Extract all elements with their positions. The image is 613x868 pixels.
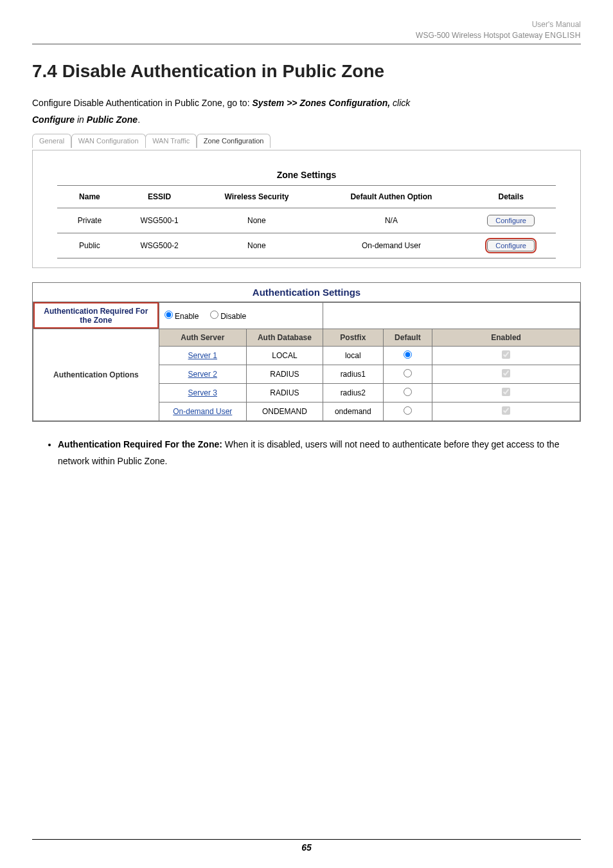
auth-server3-cell: Server 3 — [159, 383, 246, 402]
zone-settings-caption: Zone Settings — [57, 167, 556, 185]
tab-wan-traffic[interactable]: WAN Traffic — [145, 134, 197, 148]
zone-private-essid: WSG500-1 — [122, 208, 197, 233]
auth-ondemand-db: ONDEMAND — [246, 402, 323, 420]
authentication-settings-title: Authentication Settings — [33, 283, 580, 302]
intro-click: click — [393, 98, 410, 108]
server-1-link[interactable]: Server 1 — [188, 351, 217, 360]
auth-server2-cell: Server 2 — [159, 365, 246, 383]
configure-public-button[interactable]: Configure — [487, 240, 535, 251]
zone-private-name: Private — [57, 208, 122, 233]
zone-col-essid: ESSID — [122, 185, 197, 208]
page-footer: 65 — [32, 839, 581, 853]
auth-server2-postfix: radius1 — [323, 365, 384, 383]
auth-col-server: Auth Server — [159, 329, 246, 346]
auth-server2-enabled — [432, 365, 580, 383]
enabled-server1-checkbox — [502, 350, 510, 359]
zone-public-name: Public — [57, 233, 122, 258]
tab-zone-configuration[interactable]: Zone Configuration — [197, 134, 271, 148]
zone-col-authen: Default Authen Option — [317, 185, 466, 208]
auth-ondemand-cell: On-demand User — [159, 402, 246, 420]
auth-ondemand-enabled — [432, 402, 580, 420]
enabled-server2-checkbox — [502, 369, 510, 377]
auth-options-label: Authentication Options — [33, 329, 159, 420]
zone-private-details: Configure — [466, 208, 556, 233]
auth-options-header-row: Authentication Options Auth Server Auth … — [33, 329, 580, 346]
auth-server2-default — [383, 365, 432, 383]
auth-server1-db: LOCAL — [246, 346, 323, 365]
authentication-settings-table: Authentication Required For the Zone Ena… — [33, 302, 580, 421]
auth-server3-default — [383, 383, 432, 402]
auth-required-spacer — [323, 302, 580, 329]
bullet-list: Authentication Required For the Zone: Wh… — [49, 436, 581, 470]
auth-server3-postfix: radius2 — [323, 383, 384, 402]
zone-public-authen: On-demand User — [317, 233, 466, 258]
header-rule — [32, 44, 581, 44]
zone-public-details: Configure — [466, 233, 556, 258]
tab-wan-configuration[interactable]: WAN Configuration — [71, 134, 146, 148]
auth-col-postfix: Postfix — [323, 329, 384, 346]
page-header: User's Manual WSG-500 Wireless Hotspot G… — [32, 19, 581, 41]
auth-server1-cell: Server 1 — [159, 346, 246, 365]
auth-server1-postfix: local — [323, 346, 384, 365]
zone-settings-table: Zone Settings Name ESSID Wireless Securi… — [57, 167, 556, 258]
auth-enable-option[interactable]: Enable — [164, 312, 199, 321]
enabled-ondemand-checkbox — [502, 406, 510, 415]
footer-rule — [32, 839, 581, 840]
zone-col-details: Details — [466, 185, 556, 208]
bullet-lead: Authentication Required For the Zone: — [58, 439, 225, 449]
auth-server3-db: RADIUS — [246, 383, 323, 402]
auth-disable-radio[interactable] — [210, 311, 218, 319]
auth-server2-db: RADIUS — [246, 365, 323, 383]
intro-in: in — [75, 114, 87, 125]
on-demand-user-link[interactable]: On-demand User — [173, 407, 232, 416]
zone-private-security: None — [197, 208, 316, 233]
auth-col-database: Auth Database — [246, 329, 323, 346]
section-title: 7.4 Disable Authentication in Public Zon… — [32, 61, 581, 82]
intro-pre: Configure Disable Authentication in Publ… — [32, 98, 252, 108]
auth-enable-disable-cell: Enable Disable — [159, 302, 323, 329]
auth-required-row: Authentication Required For the Zone Ena… — [33, 302, 580, 329]
auth-ondemand-default — [383, 402, 432, 420]
zone-configuration-panel: Zone Settings Name ESSID Wireless Securi… — [32, 150, 581, 268]
zone-header-row: Name ESSID Wireless Security Default Aut… — [57, 185, 556, 208]
default-server2-radio[interactable] — [404, 369, 412, 377]
intro-public: Public Zone — [87, 114, 138, 125]
configure-private-button[interactable]: Configure — [487, 215, 535, 226]
header-line-1: User's Manual — [32, 19, 581, 30]
default-server1-radio[interactable] — [404, 350, 412, 359]
auth-disable-option[interactable]: Disable — [210, 312, 246, 321]
auth-server3-enabled — [432, 383, 580, 402]
intro-path: System >> Zones Configuration, — [252, 98, 393, 108]
auth-ondemand-postfix: ondemand — [323, 402, 384, 420]
zone-row-private: Private WSG500-1 None N/A Configure — [57, 208, 556, 233]
page-number: 65 — [32, 842, 581, 853]
zone-public-essid: WSG500-2 — [122, 233, 197, 258]
auth-enable-label: Enable — [175, 312, 199, 321]
intro-dot: . — [138, 114, 140, 125]
auth-col-default: Default — [383, 329, 432, 346]
intro-configure: Configure — [32, 114, 75, 125]
zone-public-security: None — [197, 233, 316, 258]
intro-paragraph: Configure Disable Authentication in Publ… — [32, 95, 581, 129]
auth-enable-radio[interactable] — [164, 311, 173, 319]
zone-col-name: Name — [57, 185, 122, 208]
server-2-link[interactable]: Server 2 — [188, 370, 217, 379]
zone-row-public: Public WSG500-2 None On-demand User Conf… — [57, 233, 556, 258]
bullet-item: Authentication Required For the Zone: Wh… — [58, 436, 581, 470]
enabled-server3-checkbox — [502, 388, 510, 396]
header-line-2: WSG-500 Wireless Hotspot Gateway ENGLISH — [32, 30, 581, 41]
header-product: WSG-500 Wireless Hotspot Gateway — [416, 31, 545, 40]
auth-col-enabled: Enabled — [432, 329, 580, 346]
tab-strip: General WAN Configuration WAN Traffic Zo… — [32, 134, 581, 150]
zone-private-authen: N/A — [317, 208, 466, 233]
tab-general[interactable]: General — [32, 134, 71, 148]
zone-col-security: Wireless Security — [197, 185, 316, 208]
auth-disable-label: Disable — [220, 312, 246, 321]
authentication-settings-panel: Authentication Settings Authentication R… — [32, 282, 581, 422]
default-server3-radio[interactable] — [404, 388, 412, 396]
auth-server1-enabled — [432, 346, 580, 365]
default-ondemand-radio[interactable] — [404, 406, 412, 415]
auth-required-label: Authentication Required For the Zone — [33, 302, 159, 329]
server-3-link[interactable]: Server 3 — [188, 388, 217, 397]
header-language: ENGLISH — [545, 31, 581, 40]
